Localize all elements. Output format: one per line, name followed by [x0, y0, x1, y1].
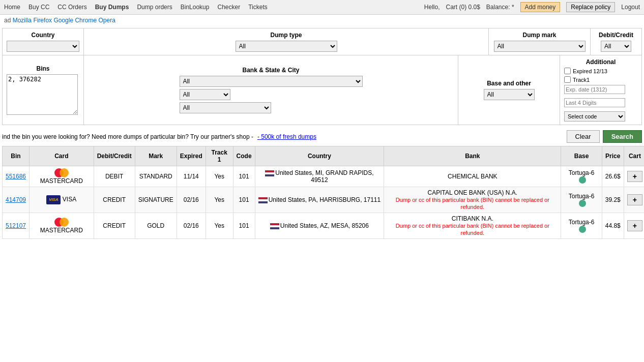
lastdigits-input[interactable]	[564, 98, 625, 107]
table-row: 512107 MASTERCARDCREDITGOLD02/16Yes101Un…	[3, 213, 645, 239]
expired-cell: 02/16	[177, 187, 206, 213]
logout-link[interactable]: Logout	[621, 4, 640, 11]
bank-name: CHEMICAL BANK	[448, 173, 497, 180]
mark-cell: GOLD	[135, 213, 177, 239]
col-country: Country	[255, 146, 384, 166]
debitcredit-select[interactable]: All	[601, 41, 631, 52]
track1-cell: Yes	[206, 187, 233, 213]
replace-policy-button[interactable]: Replace policy	[566, 2, 615, 12]
base-name: Tortuga-6	[569, 169, 595, 176]
cart-info: Cart (0) 0.0$	[446, 4, 480, 11]
country-text: United States, MI, GRAND RAPIDS, 49512	[275, 169, 373, 184]
add-money-button[interactable]: Add money	[520, 2, 561, 12]
country-cell: United States, PA, HARRISBURG, 17111	[255, 187, 384, 213]
state-select[interactable]: All	[180, 89, 230, 100]
nav-home[interactable]: Home	[4, 4, 20, 11]
balance-info: Balance: *	[486, 4, 514, 11]
nav-dumporders[interactable]: Dump orders	[137, 4, 172, 11]
country-select[interactable]	[7, 41, 79, 52]
table-row: 551686 MASTERCARDDEBITSTANDARD11/14Yes10…	[3, 166, 645, 187]
selectcode-select[interactable]: Select code	[564, 111, 625, 122]
download-opera[interactable]: Opera	[98, 17, 115, 24]
green-dot-icon	[579, 226, 586, 233]
expired-label[interactable]: Expired 12/13	[564, 68, 637, 74]
bin-link[interactable]: 551686	[6, 173, 26, 180]
cart-cell: +	[624, 166, 644, 187]
debitcredit-cell: CREDIT	[94, 187, 135, 213]
city-select[interactable]: All	[180, 102, 271, 113]
filter-bankstate: Bank & State & City All All All	[84, 55, 458, 125]
download-firefox[interactable]: Mozilla Firefox	[13, 17, 52, 24]
table-body: 551686 MASTERCARDDEBITSTANDARD11/14Yes10…	[3, 166, 645, 239]
visa-icon: VISA	[46, 195, 61, 204]
nav-right: Hello, Cart (0) 0.0$ Balance: * Add mone…	[424, 2, 640, 12]
filter-row-1: Country Dump type All Dump mark All Debi…	[3, 28, 641, 55]
country-cell: United States, MI, GRAND RAPIDS, 49512	[255, 166, 384, 187]
base-cell: Tortuga-6	[561, 213, 602, 239]
add-to-cart-button[interactable]: +	[627, 171, 642, 182]
col-mark: Mark	[135, 146, 177, 166]
dumps-table: Bin Card Debit/Credit Mark Expired Track…	[2, 146, 644, 239]
nav-buydumps[interactable]: Buy Dumps	[95, 4, 129, 11]
expired-cell: 02/16	[177, 213, 206, 239]
col-track1: Track 1	[206, 146, 233, 166]
download-bar: ad Mozilla Firefox Google Chrome Opera	[0, 15, 644, 26]
green-dot-icon	[579, 200, 586, 207]
country-label: Country	[7, 32, 79, 39]
filter-additional: Additional Expired 12/13 Track1 Select c…	[560, 55, 641, 125]
card-label: MASTERCARD	[40, 177, 83, 185]
download-chrome[interactable]: Google Chrome	[53, 17, 97, 24]
col-bank: Bank	[384, 146, 561, 166]
add-to-cart-button[interactable]: +	[627, 194, 642, 205]
table-header-row: Bin Card Debit/Credit Mark Expired Track…	[3, 146, 645, 166]
price-cell: 44.8$	[602, 213, 624, 239]
mark-cell: STANDARD	[135, 166, 177, 187]
partner-link[interactable]: - 500k of fresh dumps	[257, 133, 316, 140]
bank-select[interactable]: All	[180, 76, 363, 87]
col-code: Code	[233, 146, 255, 166]
nav-buycc[interactable]: Buy CC	[28, 4, 49, 11]
mastercard-icon	[54, 218, 69, 227]
us-flag-icon	[258, 197, 268, 203]
nav-checker[interactable]: Checker	[217, 4, 240, 11]
nav-ccorders[interactable]: CC Orders	[57, 4, 86, 11]
col-expired: Expired	[177, 146, 206, 166]
mastercard-icon	[54, 168, 69, 177]
clear-button[interactable]: Clear	[567, 130, 600, 143]
track1-cell: Yes	[206, 166, 233, 187]
expdate-input[interactable]	[564, 85, 625, 94]
base-cell: Tortuga-6	[561, 166, 602, 187]
code-cell: 101	[233, 166, 255, 187]
track1-label[interactable]: Track1	[564, 76, 637, 83]
search-button[interactable]: Search	[603, 130, 642, 143]
col-price: Price	[602, 146, 624, 166]
baseother-label: Base and other	[487, 80, 531, 87]
filter-dumpmark: Dump mark All	[489, 28, 591, 55]
cart-cell: +	[624, 213, 644, 239]
nav-tickets[interactable]: Tickets	[248, 4, 268, 11]
col-base: Base	[561, 146, 602, 166]
green-dot-icon	[579, 176, 586, 184]
partner-text: ind the bin you were looking for? Need m…	[2, 133, 253, 140]
dumpmark-label: Dump mark	[522, 32, 556, 39]
bank-cell: CITIBANK N.A.Dump or cc of this particul…	[384, 213, 561, 239]
add-to-cart-button[interactable]: +	[627, 220, 642, 231]
download-prefix: ad	[4, 17, 11, 24]
partner-bar: ind the bin you were looking for? Need m…	[0, 127, 644, 146]
code-cell: 101	[233, 213, 255, 239]
baseother-select[interactable]: All	[484, 89, 535, 100]
col-debitcredit: Debit/Credit	[94, 146, 135, 166]
debitcredit-label: Debit/Credit	[599, 32, 633, 39]
price-cell: 26.6$	[602, 166, 624, 187]
nav-binlookup[interactable]: BinLookup	[181, 4, 210, 11]
bins-textarea[interactable]: 2, 376282	[7, 74, 78, 115]
bankstate-label: Bank & State & City	[242, 67, 299, 74]
track1-checkbox[interactable]	[564, 76, 571, 83]
bin-link[interactable]: 512107	[6, 222, 26, 229]
dumptype-select[interactable]: All	[236, 41, 337, 52]
us-flag-icon	[265, 170, 274, 176]
bin-link[interactable]: 414709	[6, 196, 26, 203]
expired-checkbox[interactable]	[564, 68, 571, 74]
dumpmark-select[interactable]: All	[494, 41, 586, 52]
top-nav: Home Buy CC CC Orders Buy Dumps Dump ord…	[0, 0, 644, 15]
